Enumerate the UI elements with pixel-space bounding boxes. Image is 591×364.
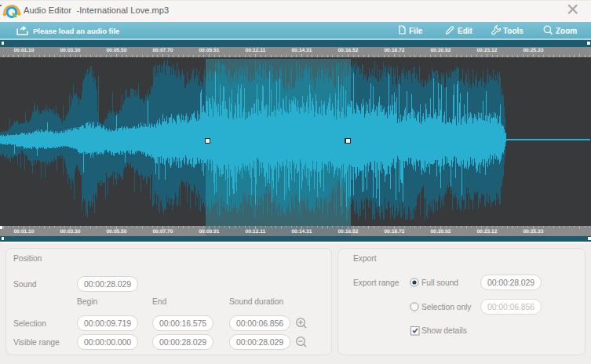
svg-text:00:23.12: 00:23.12 — [476, 48, 497, 53]
svg-text:00:01.10: 00:01.10 — [13, 229, 34, 235]
svg-text:00:23.12: 00:23.12 — [476, 229, 497, 235]
svg-text:00:14.31: 00:14.31 — [291, 229, 312, 235]
svg-text:00:12.11: 00:12.11 — [246, 48, 266, 53]
svg-text:00:03.30: 00:03.30 — [60, 48, 80, 53]
svg-text:00:03.30: 00:03.30 — [60, 229, 80, 235]
svg-text:00:05.50: 00:05.50 — [106, 229, 126, 235]
svg-text:00:07.70: 00:07.70 — [152, 48, 173, 53]
svg-text:00:25.33: 00:25.33 — [523, 48, 543, 53]
svg-text:00:12.11: 00:12.11 — [246, 229, 266, 235]
svg-text:00:16.52: 00:16.52 — [337, 48, 358, 53]
svg-text:00:01.10: 00:01.10 — [13, 48, 34, 53]
svg-text:00:25.33: 00:25.33 — [523, 229, 543, 235]
svg-text:00:05.50: 00:05.50 — [106, 48, 126, 53]
svg-text:00:18.72: 00:18.72 — [384, 48, 404, 53]
svg-text:00:20.92: 00:20.92 — [430, 48, 451, 53]
svg-text:00:07.70: 00:07.70 — [152, 229, 173, 235]
svg-text:00:18.72: 00:18.72 — [384, 229, 404, 235]
svg-text:00:16.52: 00:16.52 — [337, 229, 358, 235]
svg-text:00:09.91: 00:09.91 — [199, 229, 219, 235]
svg-text:00:14.31: 00:14.31 — [291, 48, 312, 53]
svg-text:00:20.92: 00:20.92 — [430, 229, 451, 235]
svg-text:00:09.91: 00:09.91 — [199, 48, 219, 53]
